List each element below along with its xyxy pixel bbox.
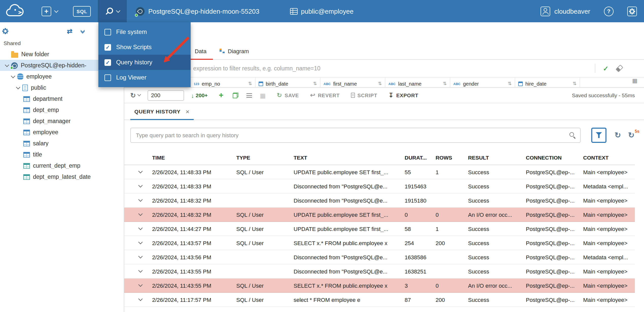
- grid-column-header[interactable]: hire_date: [515, 77, 580, 87]
- tab-query-history[interactable]: QUERY HISTORY: [130, 103, 194, 120]
- close-icon[interactable]: [186, 108, 190, 115]
- query-history-row[interactable]: 2/26/2024, 11:48:33 PM SQL / User UPDATE…: [124, 165, 635, 179]
- expand-chevron-icon[interactable]: [128, 299, 152, 300]
- checkbox[interactable]: [104, 74, 111, 81]
- sort-icon[interactable]: [378, 81, 382, 86]
- expand-chevron-icon[interactable]: [128, 256, 152, 258]
- sort-icon[interactable]: [248, 81, 252, 86]
- sort-icon[interactable]: [508, 81, 512, 86]
- export-button[interactable]: EXPORT: [388, 92, 418, 99]
- apply-filter-icon[interactable]: [603, 64, 609, 73]
- filter-button[interactable]: [591, 127, 606, 143]
- expand-chevron-icon[interactable]: [128, 185, 152, 187]
- search-input[interactable]: [130, 127, 581, 143]
- checkbox[interactable]: [104, 59, 111, 66]
- column-header[interactable]: RESULT: [468, 154, 526, 160]
- sync-connections-icon[interactable]: [67, 26, 73, 35]
- chevron-down-icon[interactable]: [3, 65, 11, 66]
- column-header[interactable]: DURAT...: [405, 154, 436, 160]
- filter-input[interactable]: expression to filter results, e.g. colum…: [124, 60, 644, 77]
- sort-icon[interactable]: [443, 81, 447, 86]
- grid-column-header[interactable]: emp_no: [191, 77, 256, 87]
- editor-tab[interactable]: Diagram: [213, 43, 256, 59]
- revert-button[interactable]: REVERT: [310, 92, 340, 99]
- tools-icon: [105, 7, 113, 15]
- cell-text: Disconnected from "PostgreSQL@e...: [294, 268, 405, 274]
- clear-filter-icon[interactable]: [616, 65, 623, 72]
- tree-item[interactable]: dept_manager: [0, 115, 124, 127]
- grouping-panel-icon[interactable]: [260, 91, 266, 100]
- checkbox[interactable]: [104, 44, 111, 50]
- collapse-all-icon[interactable]: [81, 29, 84, 33]
- tree-item[interactable]: dept_emp_latest_date: [0, 171, 124, 182]
- query-history-row[interactable]: 2/26/2024, 11:43:55 PM Disconnected from…: [124, 264, 635, 279]
- auto-refresh-interval-badge: 5s: [635, 129, 639, 133]
- save-button[interactable]: SAVE: [277, 92, 299, 99]
- script-button[interactable]: SCRIPT: [351, 92, 377, 98]
- query-history-row[interactable]: 2/26/2024, 11:44:27 PM SQL / User UPDATE…: [124, 222, 635, 236]
- chevron-down-icon[interactable]: [9, 76, 17, 77]
- fetch-more-button[interactable]: 200+: [191, 91, 208, 100]
- tree-item-label: dept_emp: [33, 107, 59, 113]
- query-history-row[interactable]: 2/26/2024, 11:43:56 PM Disconnected from…: [124, 250, 635, 264]
- auto-refresh-icon[interactable]: 5s: [628, 131, 634, 139]
- column-header[interactable]: CONTEXT: [583, 154, 635, 160]
- column-header[interactable]: TYPE: [236, 154, 294, 160]
- query-history-row[interactable]: 2/26/2024, 11:48:33 PM Disconnected from…: [124, 179, 635, 193]
- sort-icon[interactable]: [313, 81, 317, 86]
- expand-chevron-icon[interactable]: [128, 270, 152, 272]
- connection-selector[interactable]: PostgreSQL@ep-hidden-moon-55203: [130, 0, 265, 22]
- expand-chevron-icon[interactable]: [128, 171, 152, 173]
- tree-item[interactable]: salary: [0, 138, 124, 149]
- expand-chevron-icon[interactable]: [128, 242, 152, 244]
- query-history-row[interactable]: 2/26/2024, 11:17:57 PM SQL / User select…: [124, 293, 635, 307]
- editor-tab[interactable]: Data: [188, 43, 213, 59]
- menu-item[interactable]: File system: [98, 24, 191, 40]
- column-header[interactable]: TEXT: [294, 154, 405, 160]
- expand-chevron-icon[interactable]: [128, 228, 152, 229]
- tools-menu-button[interactable]: [98, 0, 127, 22]
- grid-column-header[interactable]: first_name: [320, 77, 385, 87]
- search-icon[interactable]: [569, 131, 576, 139]
- query-history-row[interactable]: 2/26/2024, 11:48:32 PM Disconnected from…: [124, 193, 635, 208]
- chevron-down-icon[interactable]: [14, 87, 22, 88]
- add-row-icon[interactable]: [218, 92, 224, 99]
- tree-item[interactable]: current_dept_emp: [0, 160, 124, 171]
- schema-selector[interactable]: public@employee: [286, 0, 357, 22]
- refresh-button[interactable]: [130, 91, 140, 100]
- sql-editor-button[interactable]: SQL: [73, 6, 91, 16]
- username-label[interactable]: cloudbeaver: [554, 7, 590, 15]
- grid-column-header[interactable]: birth_date: [256, 77, 320, 87]
- grid-settings-icon[interactable]: [632, 78, 637, 84]
- column-header[interactable]: CONNECTION: [526, 154, 583, 160]
- menu-item[interactable]: Show Scripts: [98, 40, 191, 55]
- settings-button[interactable]: [627, 6, 637, 16]
- query-history-row[interactable]: 2/26/2024, 11:43:55 PM SQL / User SELECT…: [124, 279, 635, 293]
- refresh-icon[interactable]: [615, 131, 621, 139]
- column-header[interactable]: TIME: [152, 154, 236, 160]
- tree-item[interactable]: employee: [0, 127, 124, 138]
- tree-item[interactable]: title: [0, 149, 124, 160]
- expand-chevron-icon[interactable]: [128, 285, 152, 286]
- sidebar-settings-icon[interactable]: [4, 29, 7, 33]
- delete-row-icon[interactable]: [246, 93, 252, 97]
- expand-chevron-icon[interactable]: [128, 200, 152, 201]
- user-avatar-icon[interactable]: [541, 6, 550, 16]
- tree-item[interactable]: department: [0, 93, 124, 104]
- cell-duration: 55: [405, 169, 436, 175]
- duplicate-row-icon[interactable]: [232, 92, 238, 98]
- help-icon[interactable]: [604, 6, 614, 16]
- expand-chevron-icon[interactable]: [128, 214, 152, 215]
- grid-column-header[interactable]: last_name: [385, 77, 450, 87]
- grid-column-header[interactable]: gender: [450, 77, 515, 87]
- row-limit-input[interactable]: [148, 90, 184, 101]
- tree-item[interactable]: dept_emp: [0, 104, 124, 115]
- checkbox[interactable]: [104, 29, 111, 35]
- query-history-row[interactable]: 2/26/2024, 11:43:57 PM SQL / User SELECT…: [124, 236, 635, 250]
- column-header[interactable]: ROWS: [436, 154, 468, 160]
- new-object-button[interactable]: [38, 0, 62, 22]
- sort-icon[interactable]: [573, 81, 577, 86]
- query-history-row[interactable]: 2/26/2024, 11:48:32 PM SQL / User UPDATE…: [124, 208, 635, 222]
- menu-item[interactable]: Query history: [98, 55, 191, 70]
- menu-item[interactable]: Log Viewer: [98, 70, 191, 85]
